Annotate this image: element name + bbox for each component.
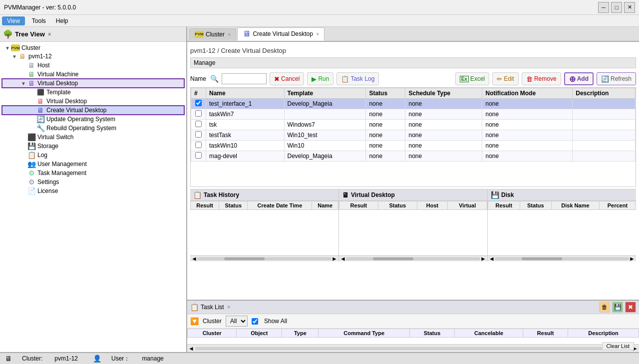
cell-checkbox[interactable] [191, 151, 206, 162]
expand-pvm1-12[interactable]: ▼ [11, 54, 18, 59]
scroll-left-arrow[interactable]: ◄ [340, 255, 346, 262]
row-checkbox[interactable] [195, 110, 202, 117]
add-button[interactable]: ⊕ Add [564, 72, 594, 85]
scroll-right-arrow[interactable]: ► [480, 255, 486, 262]
cluster-tab-close[interactable]: × [228, 31, 231, 37]
run-button[interactable]: ▶ Run [307, 72, 333, 85]
virtual-desktop-scrollbar[interactable]: ◄ ► [339, 255, 487, 261]
tree-node-root[interactable]: ▼ PVM Cluster [2, 44, 184, 52]
tree-node-host[interactable]: 🖥 Host [2, 61, 184, 70]
tree-content: ▼ PVM Cluster ▼ 🖥 pvm1-12 🖥 Host [0, 42, 186, 352]
create-vd-label: Create Virtual Desktop [46, 107, 107, 114]
show-all-checkbox[interactable] [252, 318, 258, 325]
tree-node-settings[interactable]: ⚙ Settings [2, 178, 184, 186]
help-menu[interactable]: Help [51, 16, 73, 25]
edit-button[interactable]: ✏ Edit [492, 72, 519, 85]
expand-vdesktop-parent[interactable]: ▼ [20, 81, 27, 86]
cell-checkbox[interactable] [191, 141, 206, 151]
scroll-right-arrow[interactable]: ► [629, 255, 635, 262]
tree-node-license[interactable]: 📄 License [2, 186, 184, 195]
expand-root[interactable]: ▼ [4, 45, 11, 51]
show-all-label: Show All [264, 318, 287, 325]
th-result: Result [488, 201, 520, 210]
name-input[interactable] [222, 73, 267, 84]
template-icon: ⬛ [36, 88, 45, 96]
tree-node-vdesktop-parent[interactable]: ▼ 🖥 Virtual Desktop [2, 79, 184, 88]
cell-checkbox[interactable] [191, 109, 206, 120]
clear-icon-button[interactable]: 🗑 [599, 302, 610, 313]
status-bar: 🖥 Cluster: pvm1-12 👤 User： manage [0, 352, 639, 364]
row-checkbox[interactable] [195, 142, 202, 148]
virtual-desktop-panel: 🖥 Virtual Desktop Result Status Host Vir… [339, 189, 488, 261]
tree-node-update-os[interactable]: 🔄 Update Operating System [2, 115, 184, 124]
scroll-left-arrow[interactable]: ◄ [489, 255, 495, 262]
table-row[interactable]: mag-devel Develop_Mageia none none none [191, 151, 636, 162]
row-checkbox[interactable] [195, 100, 202, 106]
tree-node-usermgmt[interactable]: 👥 User Management [2, 160, 184, 169]
close-button[interactable]: ✕ [624, 2, 635, 13]
remove-button[interactable]: 🗑 Remove [522, 72, 561, 85]
refresh-button[interactable]: 🔄 Refresh [597, 72, 636, 85]
task-list-table: Cluster Object Type Command Type Status … [187, 329, 639, 338]
scroll-left-arrow[interactable]: ◄ [191, 255, 197, 262]
log-label: Log [37, 152, 47, 159]
cell-checkbox[interactable] [191, 99, 206, 109]
cell-checkbox[interactable] [191, 120, 206, 130]
tree-node-pvm1-12[interactable]: ▼ 🖥 pvm1-12 [2, 52, 184, 61]
create-vd-tab-close[interactable]: × [316, 31, 319, 37]
update-os-label: Update Operating System [46, 116, 115, 123]
task-list-tab-close[interactable]: × [227, 304, 231, 311]
tree-node-rebuild-os[interactable]: 🔧 Rebuild Operating System [2, 124, 184, 133]
stop-icon-button[interactable]: ✖ [625, 302, 636, 313]
table-row[interactable]: test_interface_1 Develop_Mageia none non… [191, 99, 636, 109]
scroll-right-arrow[interactable]: ► [331, 255, 337, 262]
create-vd-icon: 🖥 [36, 106, 45, 114]
tree-node-create-vd[interactable]: 🖥 Create Virtual Desktop [2, 106, 184, 115]
maximize-button[interactable]: □ [611, 2, 622, 13]
tree-node-taskmgmt[interactable]: ⚙ Task Management [2, 169, 184, 178]
cell-description [573, 99, 636, 109]
tab-cluster[interactable]: PVM Cluster × [189, 28, 236, 40]
status-user-label: User： [111, 355, 130, 363]
table-body: test_interface_1 Develop_Mageia none non… [191, 99, 636, 162]
table-row[interactable]: testTask Win10_test none none none [191, 130, 636, 141]
view-menu[interactable]: View [2, 16, 25, 25]
tree-node-storage[interactable]: 💾 Storage [2, 142, 184, 151]
virtual-desktop-table: Result Status Host Virtual [339, 201, 487, 210]
tree-node-template[interactable]: ⬛ Template [2, 88, 184, 97]
task-history-scrollbar[interactable]: ◄ ► [190, 255, 338, 261]
cluster-filter-label: Cluster [203, 318, 222, 325]
th-description: Description [573, 88, 636, 99]
tree-node-log[interactable]: 📋 Log [2, 151, 184, 160]
cell-status: none [366, 99, 405, 109]
tree-node-vm[interactable]: 🖥 Virtual Machine [2, 70, 184, 79]
filter-icon: 🔽 [190, 317, 199, 325]
tree-node-vswitch[interactable]: ⬛ Virtual Switch [2, 133, 184, 142]
tools-menu[interactable]: Tools [27, 16, 51, 25]
task-list-scrollbar[interactable]: ◄ ► Clear List [187, 344, 639, 352]
tree-tab-close[interactable]: × [48, 31, 51, 38]
save-icon-button[interactable]: 💾 [612, 302, 623, 313]
tree-node-vdesktop-child[interactable]: 🖥 Virtual Desktop [2, 97, 184, 106]
table-row[interactable]: tsk Windows7 none none none [191, 120, 636, 130]
excel-icon: Ex [460, 76, 469, 82]
excel-button[interactable]: Ex Excel [455, 72, 490, 85]
cell-checkbox[interactable] [191, 130, 206, 141]
template-label: Template [46, 89, 71, 96]
disk-scrollbar[interactable]: ◄ ► [488, 255, 636, 261]
th-result: Result [191, 201, 219, 210]
tab-create-vd[interactable]: 🖥 Create Virtual Desktop × [237, 27, 324, 41]
scroll-left-arrow[interactable]: ◄ [188, 345, 194, 352]
table-row[interactable]: taskWin7 none none none [191, 109, 636, 120]
row-checkbox[interactable] [195, 131, 202, 138]
cluster-filter-select[interactable]: All [226, 316, 248, 327]
bottom-panels: 📋 Task History Result Status Create Date… [190, 189, 636, 261]
minimize-button[interactable]: ─ [598, 2, 609, 13]
cell-description [573, 130, 636, 141]
row-checkbox[interactable] [195, 152, 202, 159]
task-log-button[interactable]: 📋 Task Log [336, 72, 379, 85]
cancel-button[interactable]: ✖ Cancel [270, 72, 304, 85]
clear-list-button[interactable]: Clear List [602, 342, 634, 350]
table-row[interactable]: taskWin10 Win10 none none none [191, 141, 636, 151]
row-checkbox[interactable] [195, 121, 202, 127]
